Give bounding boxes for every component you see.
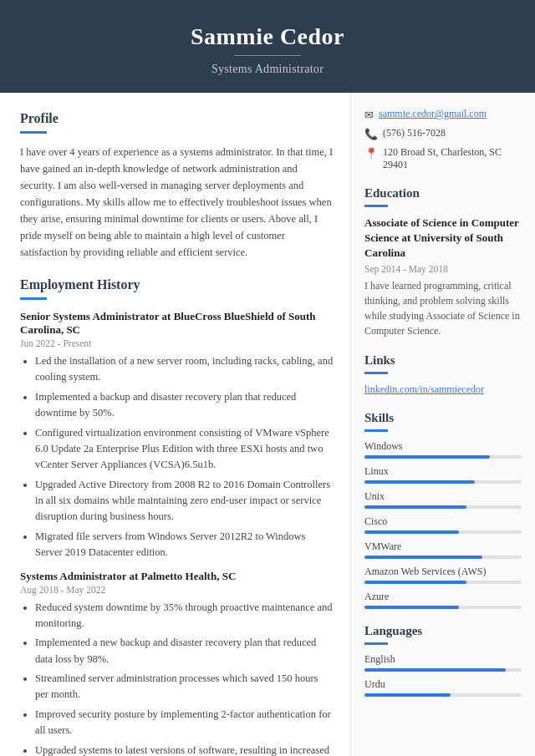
education-degree: Associate of Science in Computer Science… [364, 216, 522, 261]
job-title-1: Senior Systems Administrator at BlueCros… [20, 310, 334, 337]
links-section: Links linkedin.com/in/sammiecedor [364, 353, 522, 396]
job-title-2: Systems Administrator at Palmetto Health… [20, 570, 334, 583]
skill-aws: Amazon Web Services (AWS) [364, 566, 522, 584]
job-bullets-1: Led the installation of a new server roo… [20, 353, 334, 561]
lang-bar-bg [364, 693, 522, 697]
lang-bar-bg [364, 668, 522, 672]
linkedin-link[interactable]: linkedin.com/in/sammiecedor [364, 383, 484, 395]
bullet-item: Upgraded systems to latest versions of s… [35, 743, 334, 757]
left-column: Profile I have over 4 years of experienc… [0, 93, 351, 756]
lang-bar-fill [364, 693, 451, 697]
bullet-item: Led the installation of a new server roo… [35, 353, 334, 386]
skill-label: Windows [364, 440, 522, 453]
links-divider [364, 372, 388, 374]
bullet-item: Streamlined server administration proces… [35, 671, 334, 703]
job-item: Senior Systems Administrator at BlueCros… [20, 310, 334, 561]
skill-bar-bg [364, 556, 522, 559]
skill-bar-fill [364, 505, 466, 509]
skill-label: Unix [364, 490, 522, 503]
education-section: Education Associate of Science in Comput… [364, 186, 522, 338]
lang-label: Urdu [364, 678, 522, 691]
contact-phone: 📞 (576) 516-7028 [364, 127, 522, 141]
contact-address: 📍 120 Broad St, Charleston, SC 29401 [364, 146, 522, 171]
bullet-item: Improved security posture by implementin… [35, 707, 334, 739]
skill-bar-bg [364, 606, 522, 609]
skill-bar-fill [364, 556, 482, 559]
bullet-item: Implemented a backup and disaster recove… [35, 389, 334, 422]
phone-number: (576) 516-7028 [383, 127, 446, 140]
skill-bar-fill [364, 581, 466, 584]
skill-bar-fill [364, 480, 475, 484]
email-link[interactable]: sammie.cedor@gmail.com [379, 108, 487, 120]
skill-azure: Azure [364, 591, 522, 609]
job-bullets-2: Reduced system downtime by 35% through p… [20, 600, 334, 757]
skill-vmware: VMWare [364, 540, 522, 559]
right-column: ✉ sammie.cedor@gmail.com 📞 (576) 516-702… [351, 93, 535, 756]
skill-bar-bg [364, 480, 522, 484]
skill-windows: Windows [364, 440, 522, 459]
skill-bar-bg [364, 581, 522, 584]
education-description: I have learned programming, critical thi… [364, 278, 522, 338]
skill-bar-bg [364, 505, 522, 509]
skills-divider [364, 429, 388, 432]
header: Sammie Cedor Systems Administrator [0, 0, 535, 93]
job-dates-1: Jun 2022 - Present [20, 338, 334, 348]
skill-bar-fill [364, 530, 459, 534]
profile-divider [20, 131, 47, 134]
languages-title: Languages [364, 624, 522, 638]
skill-label: VMWare [364, 540, 522, 553]
skill-bar-bg [364, 455, 522, 459]
skills-title: Skills [364, 411, 522, 425]
skill-label: Azure [364, 591, 522, 603]
lang-urdu: Urdu [364, 678, 522, 697]
skill-bar-fill [364, 455, 490, 459]
lang-english: English [364, 653, 522, 672]
links-title: Links [364, 353, 522, 368]
bullet-item: Reduced system downtime by 35% through p… [35, 600, 334, 632]
skill-label: Cisco [364, 515, 522, 528]
candidate-name: Sammie Cedor [17, 23, 518, 50]
employment-title: Employment History [20, 277, 334, 292]
skills-section: Skills Windows Linux Unix Cisco [364, 411, 522, 609]
location-icon: 📍 [364, 147, 378, 160]
header-divider [234, 55, 301, 56]
skill-bar-fill [364, 606, 459, 609]
contact-email: ✉ sammie.cedor@gmail.com [364, 108, 522, 122]
job-dates-2: Aug 2018 - May 2022 [20, 585, 334, 595]
skill-label: Linux [364, 465, 522, 478]
languages-divider [364, 642, 388, 645]
bullet-item: Configured virtualization environment co… [35, 425, 334, 474]
skill-unix: Unix [364, 490, 522, 509]
lang-bar-fill [364, 668, 506, 672]
address-text: 120 Broad St, Charleston, SC 29401 [383, 146, 522, 171]
education-divider [364, 205, 388, 207]
skill-linux: Linux [364, 465, 522, 484]
education-dates: Sep 2014 - May 2018 [364, 264, 522, 274]
employment-section: Employment History Senior Systems Admini… [20, 277, 334, 756]
profile-text: I have over 4 years of experience as a s… [20, 144, 334, 261]
bullet-item: Implemented a new backup and disaster re… [35, 635, 334, 667]
education-title: Education [364, 186, 522, 200]
bullet-item: Upgraded Active Directory from 2008 R2 t… [35, 477, 334, 525]
skill-label: Amazon Web Services (AWS) [364, 566, 522, 578]
profile-title: Profile [20, 111, 334, 126]
profile-section: Profile I have over 4 years of experienc… [20, 111, 334, 261]
phone-icon: 📞 [364, 128, 378, 141]
email-icon: ✉ [364, 109, 374, 122]
skill-cisco: Cisco [364, 515, 522, 534]
contact-section: ✉ sammie.cedor@gmail.com 📞 (576) 516-702… [364, 108, 522, 171]
employment-divider [20, 297, 47, 300]
skill-bar-bg [364, 530, 522, 534]
lang-label: English [364, 653, 522, 666]
bullet-item: Migrated file servers from Windows Serve… [35, 529, 334, 561]
body: Profile I have over 4 years of experienc… [0, 93, 535, 756]
job-item: Systems Administrator at Palmetto Health… [20, 570, 334, 757]
resume-container: Sammie Cedor Systems Administrator Profi… [0, 0, 535, 756]
languages-section: Languages English Urdu [364, 624, 522, 697]
candidate-title: Systems Administrator [17, 63, 518, 76]
